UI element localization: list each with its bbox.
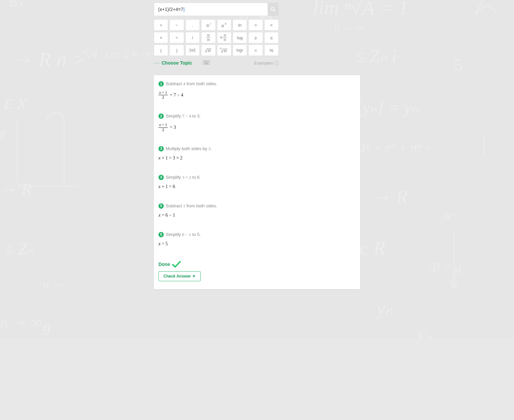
svg-rect-51 [206,61,207,62]
done-label: Done [158,262,170,267]
solution-panel: 1 Subtract 4 from both sides. x + 12 = 7… [154,75,360,289]
svg-rect-41 [224,39,226,41]
sqrt-icon [205,48,212,53]
search-icon [270,6,276,12]
svg-text:→ R  n >: → R n > [13,48,86,71]
step-math: x = 5 [158,241,356,247]
key-gt[interactable]: > [248,19,263,31]
svg-text:≤ Zₙ i: ≤ Zₙ i [356,46,397,66]
svg-rect-34 [225,23,226,25]
examples-link[interactable]: Examples i [254,61,279,66]
svg-text:g: g [43,317,51,335]
key-rparen[interactable]: ) [169,45,184,56]
key-sqrt[interactable] [201,45,215,56]
keypad: + − . 2 ln > < × ÷ / log ≥ ≤ [154,19,279,56]
step-math: x + 1 = 3 × 2 [158,155,356,161]
svg-rect-39 [224,34,226,37]
topic-row: ○○○ Choose Topic Examples i [154,60,279,66]
svg-rect-50 [205,61,206,62]
choose-topic-link[interactable]: Choose Topic [162,60,192,66]
key-dot[interactable]: . [185,19,200,31]
keyboard-icon[interactable] [203,60,210,66]
power-icon [220,22,228,28]
svg-rect-45 [208,49,211,52]
key-squared[interactable]: 2 [201,19,215,31]
svg-text:ε: ε [0,123,7,142]
key-lt[interactable]: < [264,19,279,31]
key-eq[interactable]: = [248,45,263,56]
key-lte[interactable]: ≤ [264,32,279,43]
svg-rect-35 [207,34,210,37]
topic-dots-icon: ○○○ [154,62,160,65]
search-button[interactable] [268,3,278,16]
svg-rect-46 [220,48,222,49]
svg-rect-55 [205,62,206,63]
key-power[interactable] [217,19,231,31]
svg-text:n →: n → [43,278,66,292]
step-badge: 6 [158,232,164,237]
key-log[interactable]: log [233,32,247,43]
search-bar: (x+1)/2+4=7| [154,3,279,16]
text-cursor: | [183,7,185,12]
svg-text:n → ∞: n → ∞ [0,314,42,331]
step-4: 4 Simplify 3 × 2 to 6. x + 1 = 6 [158,175,356,189]
key-mixed-fraction[interactable] [217,32,231,43]
step-5: 5 Subtract 1 from both sides. x = 6 − 1 [158,203,356,218]
step-text: Simplify 6 − 1 to 5. [166,232,201,237]
svg-rect-49 [204,61,205,62]
key-times[interactable]: × [154,32,168,43]
step-math: x + 12 = 3 [158,123,356,132]
svg-rect-53 [208,61,209,62]
svg-rect-52 [207,61,208,62]
key-minus[interactable]: − [169,19,184,31]
key-divide[interactable]: ÷ [169,32,184,43]
svg-text:, to: , to [51,0,67,0]
mixed-fraction-icon [220,34,228,41]
svg-text:2: 2 [210,23,211,25]
key-lparen[interactable]: ( [154,45,168,56]
step-1: 1 Subtract 4 from both sides. x + 12 = 7… [158,81,356,100]
key-gte[interactable]: ≥ [248,32,263,43]
svg-text:→ R: → R [373,186,407,207]
step-text: Simplify 7 − 4 to 3. [166,113,201,119]
step-6: 6 Simplify 6 − 1 to 5. x = 5 [158,232,356,247]
svg-text:3c: 3c [441,209,453,223]
step-text: Multiply both sides by 2. [166,146,212,151]
svg-rect-57 [207,62,208,63]
svg-rect-43 [191,49,194,52]
step-math: x = 6 − 1 [158,213,356,218]
step-3: 3 Multiply both sides by 2. x + 1 = 3 × … [158,146,356,161]
key-slash[interactable]: / [185,32,200,43]
svg-rect-31 [206,24,209,27]
search-input-value: (x+1)/2+4=7 [158,7,183,12]
svg-text:{yₙ} = yₙ: {yₙ} = yₙ [356,98,418,117]
svg-rect-59 [205,63,208,64]
step-badge: 2 [158,113,164,119]
svg-rect-33 [221,25,224,27]
key-ln[interactable]: ln [233,19,247,31]
step-2: 2 Simplify 7 − 4 to 3. x + 12 = 3 [158,113,356,132]
key-abs[interactable] [185,45,200,56]
svg-point-29 [271,7,274,10]
key-nroot[interactable] [217,45,231,56]
step-badge: 1 [158,81,164,87]
key-percent[interactable]: % [264,45,279,56]
examples-label: Examples [254,61,273,66]
svg-text:c R: c R [360,237,386,259]
step-text: Simplify 3 × 2 to 6. [166,175,201,180]
svg-rect-54 [204,62,205,63]
check-icon [172,261,181,268]
step-badge: 5 [158,203,164,209]
key-logx[interactable]: logx [233,45,247,56]
svg-rect-47 [224,50,227,52]
svg-text:Bₓ: Bₓ [9,0,25,9]
nroot-icon [220,48,228,53]
svg-text:Xc: Xc [415,329,433,338]
svg-text:|B = g: |B = g [428,260,461,274]
key-plus[interactable]: + [154,19,168,31]
search-input[interactable]: (x+1)/2+4=7| [154,3,268,16]
check-answer-button[interactable]: Check Answer ▼ [158,271,201,281]
svg-text:yₙ: yₙ [375,298,393,318]
key-fraction[interactable] [201,32,215,43]
step-badge: 4 [158,175,164,180]
